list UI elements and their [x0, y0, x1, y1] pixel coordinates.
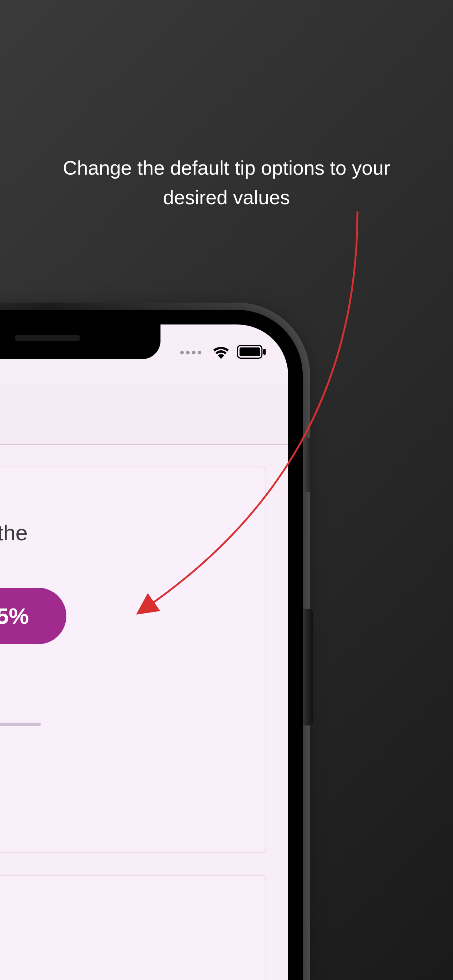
- screen-content: ngs sing one and using the 12% 15% Defau…: [0, 325, 288, 980]
- phone-side-button: [303, 609, 313, 725]
- phone-speaker: [14, 335, 80, 341]
- tip-option-15[interactable]: 15%: [0, 588, 66, 644]
- header-section: [0, 383, 288, 445]
- phone-notch: [0, 325, 161, 359]
- settings-card-below: [0, 875, 266, 980]
- promo-caption: Change the default tip options to your d…: [44, 153, 409, 212]
- phone-device-frame: ngs sing one and using the 12% 15% Defau…: [0, 310, 303, 980]
- tip-settings-card: sing one and using the 12% 15% Defaults: [0, 467, 266, 853]
- tip-options-row: 12% 15%: [0, 588, 66, 644]
- tip-instruction-text: sing one and using the: [0, 520, 28, 546]
- phone-screen: ngs sing one and using the 12% 15% Defau…: [0, 325, 288, 980]
- phone-volume-button: [303, 438, 311, 492]
- tip-slider[interactable]: [0, 722, 41, 726]
